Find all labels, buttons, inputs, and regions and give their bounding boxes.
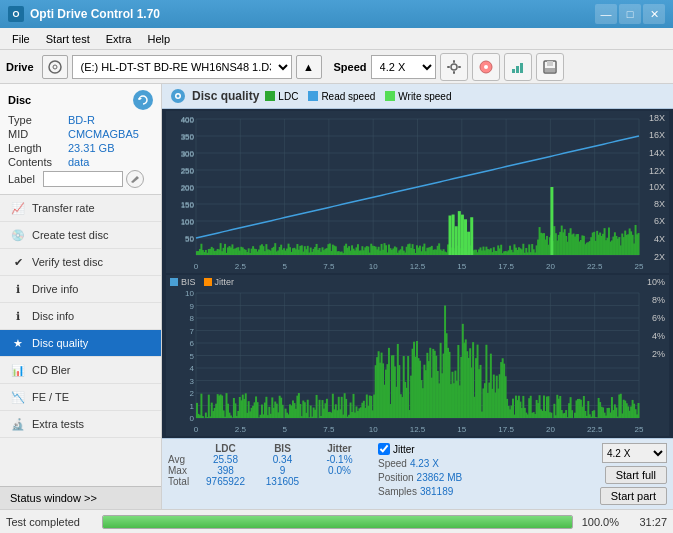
- jitter-checkbox-row: Jitter: [378, 443, 462, 455]
- samples-label: Samples: [378, 486, 417, 497]
- menu-start-test[interactable]: Start test: [38, 29, 98, 49]
- stats-total-bis: 131605: [254, 476, 311, 487]
- menu-help[interactable]: Help: [139, 29, 178, 49]
- maximize-button[interactable]: □: [619, 4, 641, 24]
- disc-contents-row: Contents data: [8, 156, 153, 168]
- jitter-checkbox[interactable]: [378, 443, 390, 455]
- sidebar-item-label-disc-quality: Disc quality: [32, 337, 88, 349]
- right-controls: 4.2 XMax2 X Start full Start part: [600, 443, 667, 505]
- jitter-checkbox-label: Jitter: [393, 444, 415, 455]
- ldc-chart: 18X 16X 14X 12X 10X 8X 6X 4X 2X: [166, 111, 669, 273]
- progress-bar-fill: [103, 516, 572, 528]
- close-button[interactable]: ✕: [643, 4, 665, 24]
- sidebar-item-create-test-disc[interactable]: 💿 Create test disc: [0, 222, 161, 249]
- start-part-button[interactable]: Start part: [600, 487, 667, 505]
- disc-refresh-button[interactable]: [133, 90, 153, 110]
- sidebar-item-transfer-rate[interactable]: 📈 Transfer rate: [0, 195, 161, 222]
- sidebar-item-disc-quality[interactable]: ★ Disc quality: [0, 330, 161, 357]
- disc-section-title: Disc: [8, 94, 31, 106]
- svg-rect-9: [512, 69, 515, 73]
- stats-header-ldc: LDC: [197, 443, 254, 454]
- disc-mid-key: MID: [8, 128, 68, 140]
- sidebar-item-label-cd-bler: CD Bler: [32, 364, 71, 376]
- disc-icon: [48, 60, 62, 74]
- status-window-button[interactable]: Status window >>: [0, 486, 161, 509]
- minimize-button[interactable]: —: [595, 4, 617, 24]
- stats-header-bis: BIS: [254, 443, 311, 454]
- disc-quality-header-icon: [170, 88, 186, 104]
- legend: LDC Read speed Write speed: [265, 91, 451, 102]
- extra-tests-icon: 🔬: [10, 416, 26, 432]
- speed-stat-label: Speed: [378, 458, 407, 469]
- disc-mid-val: CMCMAGBA5: [68, 128, 139, 140]
- sidebar-item-label-fe-te: FE / TE: [32, 391, 69, 403]
- sidebar-item-label-transfer-rate: Transfer rate: [32, 202, 95, 214]
- sidebar-item-cd-bler[interactable]: 📊 CD Bler: [0, 357, 161, 384]
- graph-icon: [510, 59, 526, 75]
- disc-contents-val: data: [68, 156, 89, 168]
- ldc-canvas: [166, 111, 669, 273]
- svg-rect-13: [547, 61, 553, 66]
- start-full-button[interactable]: Start full: [605, 466, 667, 484]
- status-bar: Test completed 100.0% 31:27: [0, 509, 673, 533]
- svg-rect-14: [545, 68, 555, 72]
- position-label: Position: [378, 472, 414, 483]
- sidebar-item-disc-info[interactable]: ℹ Disc info: [0, 303, 161, 330]
- drive-select[interactable]: (E:) HL-DT-ST BD-RE WH16NS48 1.D3: [72, 55, 292, 79]
- stats-max-jitter: 0.0%: [311, 465, 368, 476]
- disc-info-panel: Disc Type BD-R MID CMCMAGBA5 Length 23.3…: [0, 84, 161, 195]
- disc-length-row: Length 23.31 GB: [8, 142, 153, 154]
- graph-icon-button[interactable]: [504, 53, 532, 81]
- settings-icon-button[interactable]: [440, 53, 468, 81]
- stats-row-total-label: Total: [168, 476, 197, 487]
- cd-bler-icon: 📊: [10, 362, 26, 378]
- disc-label-icon-button[interactable]: [126, 170, 144, 188]
- eject-button[interactable]: ▲: [296, 55, 322, 79]
- menu-extra[interactable]: Extra: [98, 29, 140, 49]
- jitter-speed-controls: Jitter Speed 4.23 X Position 23862 MB Sa…: [378, 443, 462, 497]
- speed-label: Speed: [334, 61, 367, 73]
- stats-row-max-label: Max: [168, 465, 197, 476]
- elapsed-time: 31:27: [625, 516, 667, 528]
- speed-mini-select[interactable]: 4.2 XMax2 X: [602, 443, 667, 463]
- status-text: Test completed: [6, 516, 96, 528]
- disc-length-val: 23.31 GB: [68, 142, 114, 154]
- disc-type-key: Type: [8, 114, 68, 126]
- samples-value: 381189: [420, 486, 453, 497]
- app-title: Opti Drive Control 1.70: [30, 7, 160, 21]
- drive-label: Drive: [6, 61, 34, 73]
- create-test-disc-icon: 💿: [10, 227, 26, 243]
- svg-point-0: [49, 61, 61, 73]
- svg-rect-4: [453, 71, 455, 74]
- menu-file[interactable]: File: [4, 29, 38, 49]
- stats-max-ldc: 398: [197, 465, 254, 476]
- sidebar: Disc Type BD-R MID CMCMAGBA5 Length 23.3…: [0, 84, 162, 509]
- bis-jitter-chart: BIS Jitter 10% 8% 6% 4% 2%: [166, 275, 669, 436]
- legend-ldc: LDC: [265, 91, 298, 102]
- speed-select[interactable]: 4.2 XMax2 X1 X: [371, 55, 436, 79]
- svg-rect-6: [458, 66, 461, 68]
- drive-icon-button[interactable]: [42, 55, 68, 79]
- sidebar-item-fe-te[interactable]: 📉 FE / TE: [0, 384, 161, 411]
- stats-table: LDC BIS Jitter Avg 25.58 0.34 -0.1% Max …: [168, 443, 368, 487]
- sidebar-item-extra-tests[interactable]: 🔬 Extra tests: [0, 411, 161, 438]
- sidebar-item-label-disc-info: Disc info: [32, 310, 74, 322]
- speed-selector-row: 4.2 XMax2 X: [602, 443, 667, 463]
- save-icon-button[interactable]: [536, 53, 564, 81]
- disc-quality-header: Disc quality LDC Read speed Write speed: [162, 84, 673, 109]
- progress-percent: 100.0%: [579, 516, 619, 528]
- refresh-icon: [137, 94, 149, 106]
- legend-ldc-dot: [265, 91, 275, 101]
- window-controls: — □ ✕: [595, 4, 665, 24]
- sidebar-item-verify-test-disc[interactable]: ✔ Verify test disc: [0, 249, 161, 276]
- disc-label-input[interactable]: [43, 171, 123, 187]
- legend-read-speed-dot: [308, 91, 318, 101]
- stats-avg-ldc: 25.58: [197, 454, 254, 465]
- svg-rect-3: [453, 60, 455, 63]
- disc-quality-icon: ★: [10, 335, 26, 351]
- legend-ldc-label: LDC: [278, 91, 298, 102]
- pink-icon-button[interactable]: [472, 53, 500, 81]
- sidebar-item-drive-info[interactable]: ℹ Drive info: [0, 276, 161, 303]
- stats-bar: LDC BIS Jitter Avg 25.58 0.34 -0.1% Max …: [162, 438, 673, 509]
- disc-length-key: Length: [8, 142, 68, 154]
